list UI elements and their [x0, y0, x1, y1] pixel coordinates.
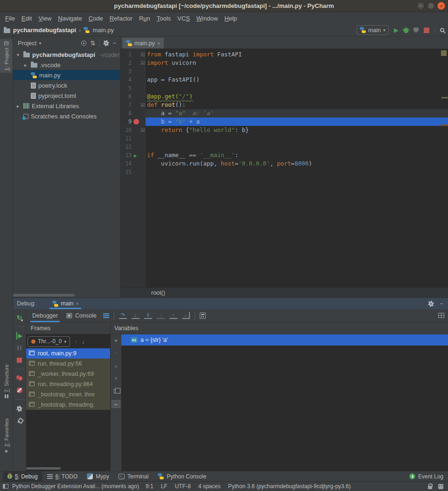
thread-dropdown[interactable]: Thr...-0_0 ▾	[28, 336, 70, 347]
code-line-11[interactable]: 11	[120, 134, 448, 143]
code-line-14[interactable]: 14 uvicorn.run(app, host='0.0.0.0', port…	[120, 159, 448, 168]
fold-marker-icon[interactable]	[141, 53, 145, 56]
code-line-15[interactable]: 15	[120, 168, 448, 176]
rerun-icon[interactable]: ↻	[17, 314, 22, 321]
view-breakpoints-icon[interactable]	[16, 375, 23, 381]
code-line-10[interactable]: 10 return {"hello world": b}	[120, 126, 448, 134]
status-4-spaces[interactable]: 4 spaces	[198, 483, 221, 490]
menu-help[interactable]: Help	[221, 14, 240, 23]
stripe-warning-mark[interactable]	[441, 97, 448, 98]
tree-item-pyproject-toml[interactable]: pyproject.toml	[13, 90, 120, 101]
code-line-5[interactable]: 5	[120, 84, 448, 92]
status-9-1[interactable]: 9:1	[146, 483, 154, 490]
fold-marker-icon[interactable]	[141, 61, 145, 65]
toolwindow-5-debug[interactable]: 5: Debug	[3, 471, 42, 481]
menu-window[interactable]: Window	[193, 14, 221, 23]
event-log-button[interactable]: 3 Event Log	[409, 473, 443, 480]
coverage-button[interactable]	[413, 28, 419, 33]
locate-file-icon[interactable]	[81, 41, 86, 46]
status-lf[interactable]: LF	[161, 483, 168, 490]
stripe-favorites[interactable]: 2: Favorites ★	[0, 416, 13, 456]
tab-console[interactable]: ▸ Console	[64, 309, 98, 322]
status-message[interactable]: Python Debugger Extension Avail... (mome…	[12, 483, 139, 490]
code-line-6[interactable]: 6@app.get("/")	[120, 92, 448, 101]
frames-hscrollbar[interactable]	[26, 467, 61, 470]
fold-marker-icon[interactable]	[141, 103, 145, 107]
run-button[interactable]: ▶	[394, 27, 399, 33]
run-line-icon[interactable]	[133, 151, 140, 159]
debug-session-tab[interactable]: main ×	[49, 298, 81, 309]
status-utf-8[interactable]: UTF-8	[175, 483, 191, 490]
toolwindow-6-todo[interactable]: 6: TODO	[42, 471, 83, 481]
fold-marker-icon[interactable]	[141, 128, 145, 132]
tree-item-pycharmdebugfastapi[interactable]: ▾pycharmdebugfastapi ~/code/pycharmdebug…	[13, 49, 120, 60]
code-line-9[interactable]: 9 b = "b" + a	[120, 118, 448, 126]
tab-main-py[interactable]: main.py ×	[122, 38, 164, 48]
frame-down-icon[interactable]: ↓	[82, 338, 85, 345]
step-out-icon[interactable]: ↑	[169, 312, 177, 319]
readonly-lock-icon[interactable]	[428, 486, 432, 489]
code-line-7[interactable]: 7def root():	[120, 101, 448, 109]
toolwindow-terminal[interactable]: ›_Terminal	[114, 471, 153, 481]
code-line-12[interactable]: 12	[120, 143, 448, 151]
force-step-into-icon[interactable]: ⇓	[144, 312, 152, 319]
code-line-13[interactable]: 13if __name__ == '__main__':	[120, 151, 448, 159]
evaluate-expression-icon[interactable]	[200, 312, 206, 319]
code-line-2[interactable]: 2import uvicorn	[120, 59, 448, 67]
debug-button[interactable]	[404, 28, 408, 33]
project-hscrollbar[interactable]	[13, 294, 75, 297]
hide-panel-icon[interactable]: −	[440, 301, 443, 307]
menu-run[interactable]: Run	[136, 14, 154, 23]
project-panel-title[interactable]: Project	[18, 40, 36, 47]
frame-worker-thread-py-69[interactable]: _worker, thread.py:69	[26, 369, 110, 379]
stop-button[interactable]	[424, 28, 429, 33]
stripe-structure[interactable]: 7: Structure	[0, 362, 13, 401]
frame-root-main-py-9[interactable]: root, main.py:9	[26, 348, 110, 359]
hector-inspector-icon[interactable]	[438, 484, 443, 489]
collapse-all-icon[interactable]: ⇅	[91, 40, 96, 46]
code-line-4[interactable]: 4app = FastAPI()	[120, 76, 448, 84]
minimize-button[interactable]: −	[417, 2, 425, 10]
code-line-1[interactable]: 1from fastapi import FastAPI	[120, 50, 448, 59]
toolwindow-python-console[interactable]: Python Console	[153, 471, 211, 481]
inspection-indicator[interactable]	[441, 50, 447, 56]
chevron-down-icon[interactable]: ▾	[39, 41, 41, 46]
frame-run-threading-py-864[interactable]: run, threading.py:864	[26, 379, 110, 389]
run-to-cursor-icon[interactable]: →	[182, 312, 190, 319]
stripe-breakpoint-mark[interactable]	[441, 124, 448, 126]
threads-menu-icon[interactable]	[103, 313, 109, 318]
menu-navigate[interactable]: Navigate	[55, 14, 85, 23]
maximize-button[interactable]: □	[427, 2, 435, 10]
run-config-dropdown[interactable]: main ▾	[357, 25, 389, 35]
show-watches-icon[interactable]: ∞	[112, 400, 120, 408]
duplicate-icon[interactable]	[114, 387, 118, 394]
menu-tools[interactable]: Tools	[154, 14, 174, 23]
mute-breakpoints-icon[interactable]	[17, 387, 22, 393]
breadcrumb-file[interactable]: main.py	[92, 27, 114, 34]
add-watch-icon[interactable]: +	[114, 337, 118, 344]
tree-item-vscode[interactable]: ▸.vscode	[13, 60, 120, 70]
hide-panel-icon[interactable]: −	[112, 40, 116, 46]
close-button[interactable]: ×	[437, 2, 445, 10]
pause-icon[interactable]	[17, 346, 21, 350]
status-python-3-6-pycharmdebugf[interactable]: Python 3.6 (pycharmdebugfastapi-9cdjtyrg…	[228, 483, 351, 490]
menu-refactor[interactable]: Refactor	[106, 14, 136, 23]
menu-edit[interactable]: Edit	[18, 14, 35, 23]
menu-view[interactable]: View	[35, 14, 55, 23]
frame-bootstrap-threading[interactable]: _bootstrap, threading.	[26, 400, 110, 410]
code-area[interactable]: 1from fastapi import FastAPI2import uvic…	[120, 48, 448, 287]
gear-icon[interactable]	[104, 41, 108, 45]
tab-debugger[interactable]: Debugger	[30, 309, 60, 322]
close-icon[interactable]: ×	[76, 301, 78, 306]
menu-file[interactable]: File	[2, 14, 18, 23]
close-icon[interactable]: ×	[157, 41, 160, 46]
pin-icon[interactable]	[15, 417, 23, 425]
tree-item-external-libraries[interactable]: ▸External Libraries	[13, 101, 120, 111]
restore-layout-icon[interactable]	[438, 313, 444, 318]
frame-bootstrap-inner-thre[interactable]: _bootstrap_inner, thre	[26, 389, 110, 400]
breadcrumb-project[interactable]: pycharmdebugfastapi	[13, 27, 76, 34]
code-line-3[interactable]: 3	[120, 67, 448, 76]
gear-icon[interactable]	[429, 302, 433, 306]
search-everywhere-icon[interactable]	[440, 28, 444, 32]
menu-vcs[interactable]: VCS	[174, 14, 193, 23]
